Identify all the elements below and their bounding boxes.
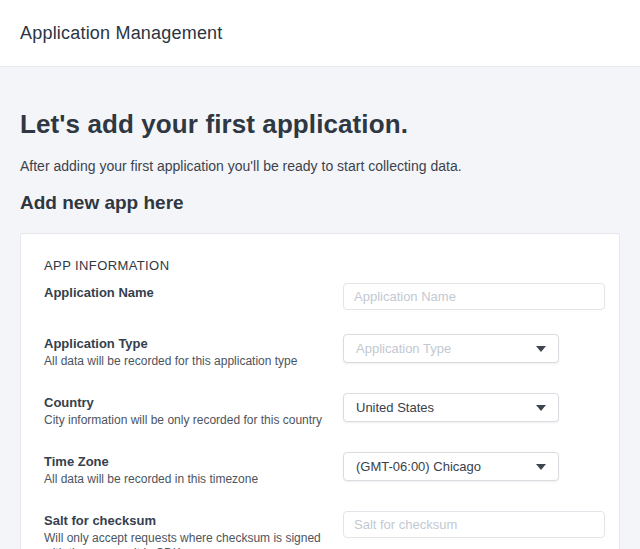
chevron-down-icon	[536, 464, 546, 470]
time-zone-sublabel: All data will be recorded in this timezo…	[44, 472, 323, 487]
form-row-salt-for-checksum: Salt for checksum Will only accept reque…	[44, 511, 605, 549]
app-information-section-title: APP INFORMATION	[44, 258, 605, 273]
app-information-card: APP INFORMATION Application Name Applica…	[20, 233, 620, 549]
form-row-country: Country City information will be only re…	[44, 393, 605, 428]
time-zone-label: Time Zone	[44, 454, 323, 470]
salt-for-checksum-input[interactable]	[343, 511, 605, 538]
add-app-section-heading: Add new app here	[20, 190, 620, 216]
time-zone-dropdown[interactable]: (GMT-06:00) Chicago	[343, 452, 559, 481]
application-name-input[interactable]	[343, 283, 605, 310]
form-row-application-type: Application Type All data will be record…	[44, 334, 605, 369]
intro-heading: Let's add your first application.	[20, 107, 620, 141]
intro-subheading: After adding your first application you'…	[20, 157, 620, 176]
country-label: Country	[44, 395, 323, 411]
chevron-down-icon	[536, 346, 546, 352]
country-dropdown-value: United States	[356, 400, 528, 415]
country-sublabel: City information will be only recorded f…	[44, 413, 323, 428]
form-row-time-zone: Time Zone All data will be recorded in t…	[44, 452, 605, 487]
form-row-application-name: Application Name	[44, 283, 605, 310]
salt-for-checksum-label: Salt for checksum	[44, 513, 323, 529]
application-type-label: Application Type	[44, 336, 323, 352]
salt-for-checksum-sublabel: Will only accept requests where checksum…	[44, 531, 323, 549]
application-type-dropdown-value: Application Type	[356, 341, 528, 356]
application-type-sublabel: All data will be recorded for this appli…	[44, 354, 323, 369]
page-title: Application Management	[20, 23, 223, 44]
application-type-dropdown[interactable]: Application Type	[343, 334, 559, 363]
country-dropdown[interactable]: United States	[343, 393, 559, 422]
time-zone-dropdown-value: (GMT-06:00) Chicago	[356, 459, 528, 474]
chevron-down-icon	[536, 405, 546, 411]
top-header-bar: Application Management	[0, 0, 640, 67]
main-content: Let's add your first application. After …	[0, 67, 640, 549]
application-name-label: Application Name	[44, 285, 323, 301]
